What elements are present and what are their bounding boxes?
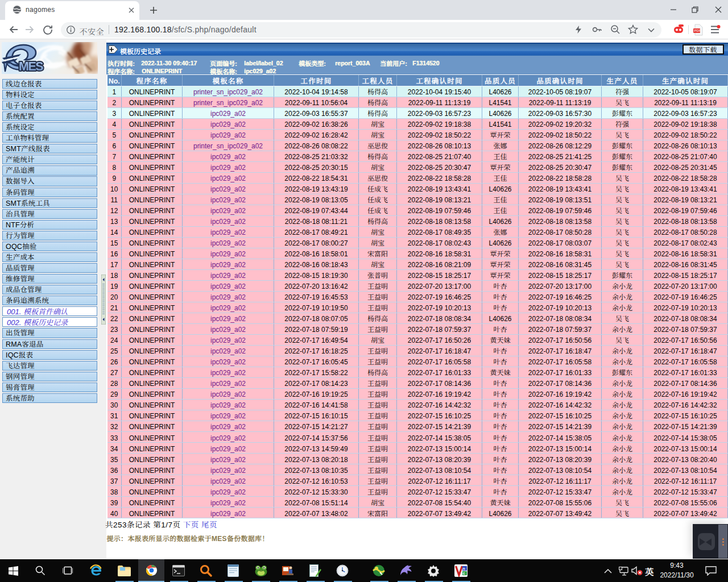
svg-text:c: c xyxy=(463,571,465,575)
svg-text:MES: MES xyxy=(19,60,43,73)
svg-text:PDF: PDF xyxy=(694,29,701,32)
svg-text:n: n xyxy=(463,567,465,571)
